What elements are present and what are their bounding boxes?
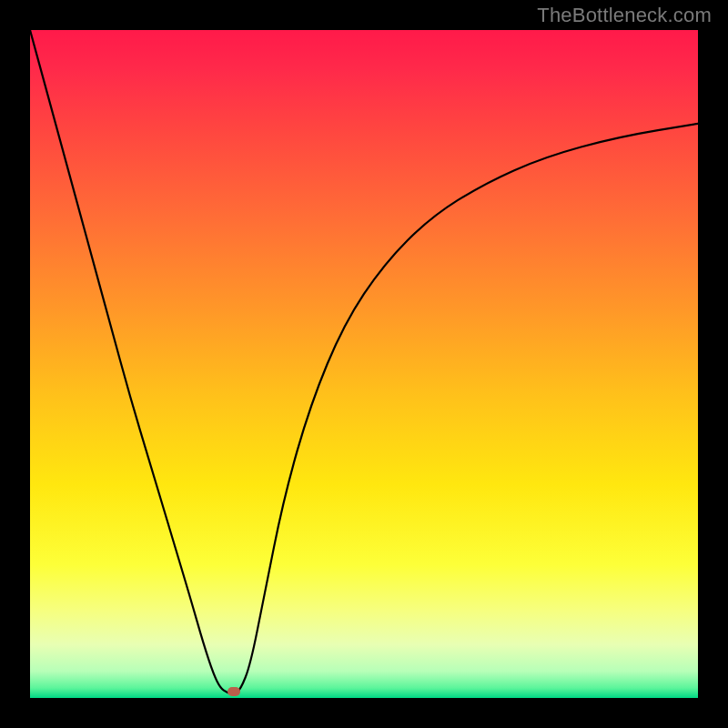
- plot-area: [30, 30, 698, 698]
- watermark-text: TheBottleneck.com: [537, 4, 712, 27]
- chart-frame: TheBottleneck.com: [0, 0, 728, 728]
- bottleneck-curve: [30, 30, 698, 698]
- optimum-marker: [228, 687, 240, 696]
